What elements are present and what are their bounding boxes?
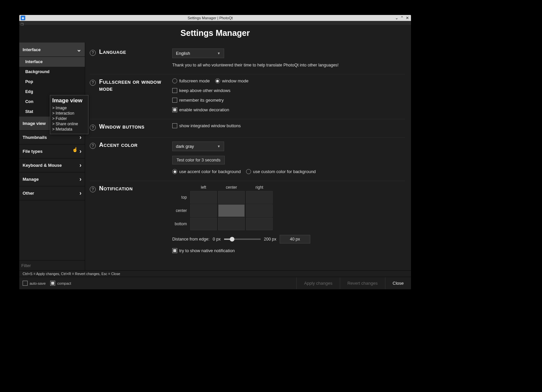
pos-top-right[interactable] [246, 191, 273, 204]
pos-center-left[interactable] [190, 204, 217, 217]
sidebar: Interface ⌄ Interface Background Pop Edg… [19, 43, 85, 270]
titlebar: ◉ Settings Manager | PhotoQt ⌄ ⌃ ✕ [19, 15, 411, 21]
section-heading: Accent color [99, 142, 169, 148]
pos-top-left[interactable] [190, 191, 217, 204]
check-label: keep above other windows [179, 88, 230, 93]
pos-bottom-center[interactable] [218, 218, 245, 230]
sidebar-cat-label: Keyboard & Mouse [23, 163, 62, 168]
sidebar-item-popout[interactable]: Pop [19, 77, 85, 87]
filter-input[interactable] [21, 263, 83, 268]
check-label: try to show native notification [179, 248, 235, 253]
help-icon[interactable]: ? [90, 80, 96, 86]
tooltip-item: > Share online [52, 121, 86, 127]
grid-col-left: left [190, 185, 217, 190]
chevron-right-icon: › [79, 162, 81, 169]
grid-col-center: center [218, 185, 245, 190]
language-thank-text: Thank you to all who volunteered their t… [172, 63, 405, 67]
section-accent-color: ? Accent color dark gray ▼ Test color fo… [90, 138, 405, 181]
check-keep-above[interactable]: keep above other windows [172, 88, 405, 93]
check-label: show integrated window buttons [179, 123, 241, 128]
check-compact[interactable]: compact [50, 281, 71, 286]
tooltip-item: > Interaction [52, 111, 86, 116]
section-fullscreen: ? Fullscreen or window mode fullscreen m… [90, 74, 405, 119]
help-icon[interactable]: ? [90, 186, 96, 192]
pos-top-center[interactable] [218, 191, 245, 204]
grid-col-right: right [246, 185, 273, 190]
sidebar-item-background[interactable]: Background [19, 67, 85, 77]
section-heading: Fullscreen or window mode [99, 78, 169, 92]
help-icon[interactable]: ? [90, 50, 96, 56]
pos-center-right[interactable] [246, 204, 273, 217]
section-language: ? Language English ▼ Thank you to all wh… [90, 45, 405, 74]
help-icon[interactable]: ? [90, 125, 96, 131]
sidebar-cat-interface[interactable]: Interface ⌄ [19, 43, 85, 57]
pos-bottom-left[interactable] [190, 218, 217, 230]
sidebar-cat-keyboard-mouse[interactable]: Keyboard & Mouse › [19, 158, 85, 172]
tooltip-image-view: Image view > Image > Interaction > Folde… [50, 95, 88, 134]
grid-row-top: top [172, 191, 189, 204]
tooltip-item: > Folder [52, 116, 86, 121]
revert-changes-button[interactable]: Revert changes [340, 277, 385, 289]
help-icon[interactable]: ? [90, 143, 96, 149]
sidebar-cat-label: Image view [23, 121, 46, 126]
check-label: compact [57, 281, 71, 285]
radio-accent-background[interactable]: use accent color for background [172, 169, 241, 174]
grid-row-center: center [172, 204, 189, 217]
section-heading: Language [99, 49, 169, 55]
close-icon[interactable]: ✕ [406, 16, 409, 20]
check-native-notification[interactable]: try to show native notification [172, 248, 405, 253]
apply-changes-button[interactable]: Apply changes [296, 277, 339, 289]
window-title: Settings Manager | PhotoQt [25, 16, 395, 20]
subbar: ❐ [19, 21, 411, 25]
dropdown-arrow-icon: ▼ [217, 51, 220, 55]
app-window: ◉ Settings Manager | PhotoQt ⌄ ⌃ ✕ ❐ Set… [19, 15, 411, 289]
content-pane: ? Language English ▼ Thank you to all wh… [85, 43, 411, 270]
radio-window-mode[interactable]: window mode [215, 78, 249, 83]
distance-value-field[interactable]: 40 px [280, 235, 310, 244]
distance-label: Distance from edge: [172, 237, 209, 242]
test-color-button[interactable]: Test color for 3 seconds [172, 156, 225, 164]
sidebar-item-interface[interactable]: Interface [19, 57, 85, 67]
chevron-right-icon: › [79, 134, 81, 141]
language-select[interactable]: English ▼ [172, 49, 224, 58]
sidebar-cat-label: Manage [23, 177, 39, 182]
sidebar-cat-label: Thumbnails [23, 135, 47, 140]
distance-max: 200 px [264, 237, 277, 242]
radio-custom-background[interactable]: use custom color for background [246, 169, 316, 174]
pos-center-center[interactable] [218, 204, 245, 217]
check-remember-geometry[interactable]: remember its geometry [172, 98, 405, 103]
section-notification: ? Notification left center right top cen… [90, 181, 405, 260]
check-label: enable window decoration [179, 107, 229, 112]
tooltip-title: Image view [52, 97, 86, 104]
select-value: English [176, 51, 190, 56]
sidebar-cat-file-types[interactable]: File types › [19, 145, 85, 158]
pos-bottom-right[interactable] [246, 218, 273, 230]
chevron-right-icon: › [79, 148, 81, 155]
chevron-down-icon: ⌄ [76, 46, 81, 53]
shortcut-hint-bar: Ctrl+S = Apply changes, Ctrl+R = Revert … [19, 270, 411, 277]
tooltip-item: > Image [52, 105, 86, 111]
check-auto-save[interactable]: auto-save [23, 281, 46, 286]
accent-color-select[interactable]: dark gray ▼ [172, 142, 224, 151]
footer: auto-save compact Apply changes Revert c… [19, 277, 411, 289]
sidebar-cat-other[interactable]: Other › [19, 186, 85, 200]
close-button[interactable]: Close [385, 277, 411, 289]
radio-fullscreen-mode[interactable]: fullscreen mode [172, 78, 210, 83]
section-heading: Window buttons [99, 123, 169, 130]
distance-slider[interactable] [224, 239, 261, 240]
filter-box [19, 260, 85, 270]
check-window-decoration[interactable]: enable window decoration [172, 107, 405, 112]
sidebar-cat-label: Interface [23, 47, 41, 52]
sidebar-cat-manage[interactable]: Manage › [19, 172, 85, 186]
check-show-window-buttons[interactable]: show integrated window buttons [172, 123, 405, 128]
check-label: remember its geometry [179, 98, 224, 103]
notification-position-grid: left center right top center bottom [172, 185, 405, 230]
select-value: dark gray [176, 144, 194, 149]
section-window-buttons: ? Window buttons show integrated window … [90, 119, 405, 138]
minimize-icon[interactable]: ⌄ [395, 16, 398, 20]
grid-row-bottom: bottom [172, 218, 189, 230]
tooltip-item: > Metadata [52, 127, 86, 132]
maximize-icon[interactable]: ⌃ [400, 16, 404, 20]
distance-min: 0 px [213, 237, 221, 242]
chevron-right-icon: › [79, 190, 81, 197]
